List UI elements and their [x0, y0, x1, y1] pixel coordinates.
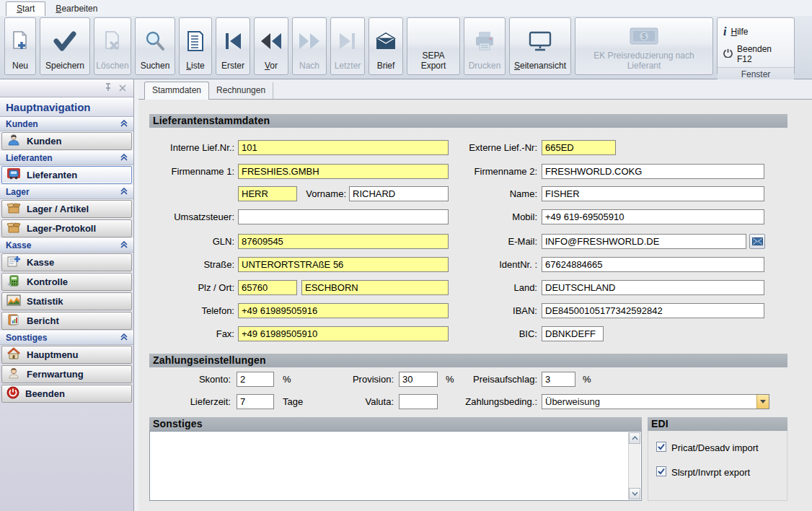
hilfe-button[interactable]: i Hilfe	[718, 22, 794, 41]
vor-button[interactable]: Vor	[254, 17, 288, 75]
seitenansicht-button[interactable]: Seitenansicht	[509, 17, 571, 75]
externe-liefnr-input[interactable]	[542, 140, 616, 155]
zahlungsbeding-combobox[interactable]: Überweisung	[542, 394, 769, 409]
bic-input[interactable]	[542, 326, 604, 341]
sidebar-item-lager-artikel[interactable]: Lager / Artikel	[1, 200, 132, 218]
sidebar-item-statistik[interactable]: Statistik	[1, 292, 132, 310]
ort-input[interactable]	[301, 280, 449, 295]
plz-input[interactable]	[238, 280, 297, 295]
sidebar-item-hauptmenu[interactable]: Hauptmenu	[1, 346, 132, 364]
sidebar-group-sonstiges[interactable]: Sonstiges	[0, 331, 133, 345]
power-icon	[723, 48, 733, 60]
ribbon-tab-strip: Start Bearbeiten	[0, 0, 812, 16]
ribbon-toolbar: Neu Speichern Löschen Suchen Liste	[0, 16, 812, 78]
group-lieferanten-label: Lieferanten	[6, 153, 53, 163]
bic-label: BIC:	[441, 328, 537, 339]
sidebar-title: Hauptnavigation	[0, 97, 133, 117]
erster-button[interactable]: Erster	[216, 17, 250, 75]
sidebar-item-kontrolle[interactable]: Kontrolle	[1, 273, 132, 291]
skonto-input[interactable]	[237, 372, 274, 387]
liste-label: Liste	[186, 61, 204, 71]
umsatzsteuer-input[interactable]	[238, 209, 449, 224]
suchen-button[interactable]: Suchen	[135, 17, 175, 75]
land-input[interactable]	[542, 280, 764, 295]
firmenname1-input[interactable]	[238, 164, 449, 179]
preisaufschlag-label: Preisaufschlag:	[456, 374, 537, 385]
ribbon-tab-bearbeiten[interactable]: Bearbeiten	[45, 2, 107, 16]
sonstiges-textarea[interactable]	[149, 431, 642, 501]
neu-button[interactable]: Neu	[4, 17, 36, 75]
hilfe-label: Hilfe	[731, 27, 748, 37]
speichern-label: Speichern	[45, 61, 84, 71]
sidebar-item-fernwartung[interactable]: Fernwartung	[1, 365, 132, 383]
sidebar-item-lager-protokoll[interactable]: Lager-Protokoll	[1, 219, 132, 237]
sidebar-group-kasse[interactable]: Kasse	[0, 238, 133, 253]
fax-input[interactable]	[238, 326, 449, 341]
telefon-input[interactable]	[238, 303, 449, 318]
scroll-up-button[interactable]	[629, 432, 640, 444]
section-header-sonstiges: Sonstiges	[149, 417, 642, 431]
sidebar-item-statistik-label: Statistik	[27, 296, 63, 307]
anrede-input[interactable]	[238, 186, 297, 201]
slsrpt-invrpt-checkbox[interactable]	[656, 466, 666, 479]
iban-input[interactable]	[542, 303, 764, 318]
sidebar-item-kasse[interactable]: Kasse	[1, 253, 132, 271]
ek-preisreduzierung-button[interactable]: $ EK Preisreduzierung nach Lieferant	[575, 17, 713, 75]
sidebar-group-kunden[interactable]: Kunden	[0, 117, 133, 131]
gln-input[interactable]	[238, 234, 449, 249]
sepa-export-button[interactable]: SEPA Export	[407, 17, 460, 75]
brief-button[interactable]: Brief	[369, 17, 403, 75]
send-email-button[interactable]	[749, 234, 765, 249]
preisaufschlag-input[interactable]	[542, 372, 575, 387]
externe-liefnr-label: Externe Lief.-Nr:	[441, 142, 537, 153]
name-input[interactable]	[542, 186, 764, 201]
sidebar-item-bericht[interactable]: Bericht	[1, 312, 132, 330]
close-icon[interactable]	[119, 83, 126, 94]
combobox-dropdown-button[interactable]	[756, 395, 769, 409]
pricat-desadv-row: Pricat/Desadv import	[656, 442, 759, 454]
magnifier-icon	[144, 21, 167, 61]
tab-stammdaten[interactable]: Stammdaten	[144, 82, 209, 100]
tab-rechnungen[interactable]: Rechnungen	[209, 82, 273, 99]
group-lager-label: Lager	[6, 187, 30, 197]
sidebar-item-kunden[interactable]: Kunden	[1, 132, 132, 150]
lieferzeit-input[interactable]	[237, 394, 274, 409]
section-header-zahlungseinstellungen: Zahlungseinstellungen	[149, 354, 787, 367]
nach-button[interactable]: Nach	[292, 17, 327, 75]
sidebar-item-beenden[interactable]: Beenden	[1, 385, 132, 403]
interne-liefnr-input[interactable]	[238, 140, 449, 155]
sidebar-item-lieferanten[interactable]: Lieferanten	[1, 166, 132, 184]
identnr-input[interactable]	[542, 257, 764, 272]
scroll-down-button[interactable]	[629, 488, 640, 499]
sonstiges-scrollbar[interactable]	[628, 432, 640, 499]
speichern-button[interactable]: Speichern	[40, 17, 90, 75]
drucken-button[interactable]: Drucken	[464, 17, 506, 75]
sidebar-group-lager[interactable]: Lager	[0, 185, 133, 199]
pricat-desadv-checkbox[interactable]	[656, 442, 666, 454]
ribbon: Start Bearbeiten Neu Speichern Löschen	[0, 0, 812, 79]
last-record-icon	[337, 21, 358, 61]
loeschen-label: Löschen	[96, 61, 128, 71]
chevron-down-icon	[632, 492, 638, 496]
provision-input[interactable]	[399, 372, 438, 387]
sidebar-item-kontrolle-label: Kontrolle	[27, 276, 68, 287]
loeschen-button[interactable]: Löschen	[94, 17, 131, 75]
first-record-icon	[222, 21, 244, 61]
sidebar-group-lieferanten[interactable]: Lieferanten	[0, 151, 133, 165]
pin-icon[interactable]	[105, 83, 112, 94]
mobil-input[interactable]	[542, 209, 764, 224]
liste-button[interactable]: Liste	[179, 17, 212, 75]
valuta-input[interactable]	[399, 394, 438, 409]
vorname-input[interactable]	[349, 186, 449, 201]
email-input[interactable]	[542, 234, 746, 249]
letzter-button[interactable]: Letzter	[330, 17, 365, 75]
beenden-f12-button[interactable]: Beenden F12	[718, 41, 794, 67]
ribbon-tab-start[interactable]: Start	[6, 1, 45, 16]
sidebar-item-beenden-label: Beenden	[25, 388, 65, 399]
brief-label: Brief	[377, 61, 395, 71]
sidebar-item-lieferanten-label: Lieferanten	[27, 170, 77, 180]
strasse-input[interactable]	[238, 257, 449, 272]
seitenansicht-label: Seitenansicht	[514, 61, 566, 71]
firmenname2-input[interactable]	[542, 164, 764, 179]
skonto-unit: %	[283, 374, 291, 385]
